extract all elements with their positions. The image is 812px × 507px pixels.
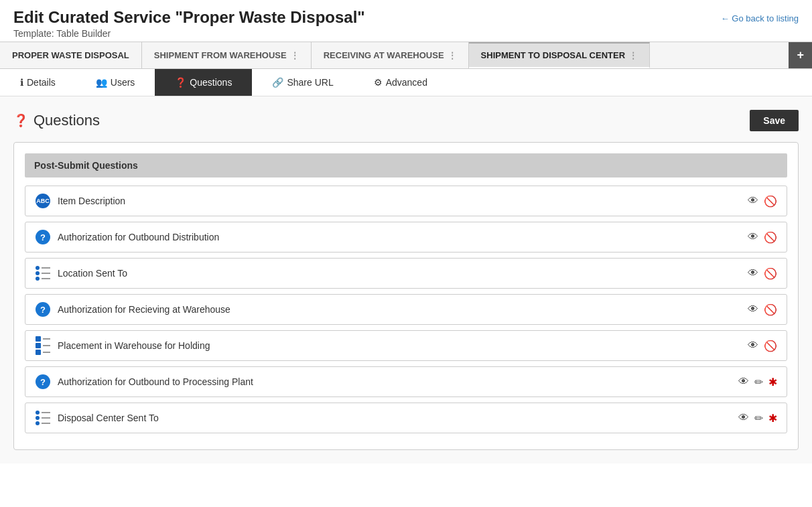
view-icon[interactable]: 👁	[748, 303, 758, 315]
page-title: Edit Curated Service "Proper Waste Dispo…	[13, 8, 799, 27]
questions-help-icon: ❓	[13, 113, 28, 128]
delete-icon[interactable]: ✱	[768, 412, 777, 425]
info-icon: ℹ	[20, 77, 23, 88]
question-type-icon	[35, 338, 51, 354]
question-actions: 👁✏✱	[738, 376, 777, 388]
question-type-icon: ?	[35, 229, 51, 245]
question-actions: 👁✏✱	[738, 412, 777, 425]
question-row-location-sent-to: Location Sent To 👁🚫	[25, 258, 787, 289]
section-title: ❓ Questions	[13, 112, 100, 129]
drag-handle-icon: ⋮	[629, 51, 637, 60]
drag-handle-icon: ⋮	[448, 51, 456, 60]
question-label: Location Sent To	[58, 268, 127, 279]
delete-icon[interactable]: ✱	[768, 376, 777, 388]
view-icon[interactable]: 👁	[748, 231, 758, 243]
question-type-icon: ?	[35, 374, 51, 390]
question-label: Authorization for Outbound to Processing…	[58, 376, 253, 387]
view-icon[interactable]: 👁	[748, 340, 758, 352]
question-label: Placement in Warehouse for Holding	[58, 340, 210, 351]
sub-tabs-bar: ℹ Details 👥 Users ❓ Questions 🔗 Share UR…	[0, 69, 812, 96]
drag-handle-icon: ⋮	[291, 51, 299, 60]
question-row-placement-warehouse-holding: Placement in Warehouse for Holding 👁🚫	[25, 330, 787, 361]
question-row-item-description: ABC Item Description 👁🚫	[25, 186, 787, 216]
save-button[interactable]: Save	[750, 110, 799, 131]
question-type-icon: ?	[35, 301, 51, 317]
users-icon: 👥	[96, 77, 107, 88]
view-icon[interactable]: 👁	[738, 412, 749, 424]
question-row-disposal-center-sent-to: Disposal Center Sent To 👁✏✱	[25, 403, 787, 433]
tab-users[interactable]: 👥 Users	[76, 69, 155, 96]
help-icon: ❓	[175, 77, 186, 88]
service-tab-shipment-to-disposal-center[interactable]: SHIPMENT TO DISPOSAL CENTER ⋮	[469, 42, 651, 68]
share-icon: 🔗	[272, 77, 283, 88]
disable-icon[interactable]: 🚫	[764, 231, 777, 244]
question-actions: 👁🚫	[748, 231, 777, 244]
edit-icon[interactable]: ✏	[754, 376, 763, 388]
edit-icon[interactable]: ✏	[754, 412, 763, 425]
tab-questions[interactable]: ❓ Questions	[155, 69, 252, 96]
disable-icon[interactable]: 🚫	[764, 303, 777, 316]
question-actions: 👁🚫	[748, 195, 777, 208]
tab-advanced[interactable]: ⚙ Advanced	[354, 69, 448, 96]
question-row-authorization-outbound-distribution: ? Authorization for Outbound Distributio…	[25, 222, 787, 252]
question-type-icon: ABC	[35, 193, 51, 209]
disable-icon[interactable]: 🚫	[764, 195, 777, 208]
question-actions: 👁🚫	[748, 267, 777, 280]
question-row-authorization-outbound-processing: ? Authorization for Outbound to Processi…	[25, 366, 787, 397]
question-actions: 👁🚫	[748, 303, 777, 316]
add-tab-button[interactable]: +	[789, 42, 812, 68]
page-subtitle: Template: Table Builder	[13, 28, 799, 39]
question-actions: 👁🚫	[748, 340, 777, 352]
tab-details[interactable]: ℹ Details	[0, 69, 76, 96]
view-icon[interactable]: 👁	[748, 195, 758, 207]
service-tab-receiving-at-warehouse[interactable]: RECEIVING AT WAREHOUSE ⋮	[312, 42, 469, 68]
disable-icon[interactable]: 🚫	[764, 267, 777, 280]
service-tab-shipment-from-warehouse[interactable]: SHIPMENT FROM WAREHOUSE ⋮	[142, 42, 312, 68]
question-label: Item Description	[58, 196, 125, 206]
question-label: Disposal Center Sent To	[58, 413, 159, 423]
service-tab-proper-waste-disposal[interactable]: PROPER WASTE DISPOSAL	[0, 42, 142, 68]
question-label: Authorization for Recieving at Warehouse	[58, 304, 230, 315]
go-back-link[interactable]: Go back to listing	[721, 13, 799, 23]
view-icon[interactable]: 👁	[748, 267, 758, 279]
question-label: Authorization for Outbound Distribution	[58, 232, 219, 242]
service-tabs-bar: PROPER WASTE DISPOSAL SHIPMENT FROM WARE…	[0, 42, 812, 69]
post-submit-header: Post-Submit Questions	[25, 153, 787, 177]
question-row-authorization-receiving-warehouse: ? Authorization for Recieving at Warehou…	[25, 294, 787, 325]
question-type-icon	[35, 410, 51, 426]
view-icon[interactable]: 👁	[738, 376, 749, 388]
question-type-icon	[35, 265, 51, 281]
tab-share-url[interactable]: 🔗 Share URL	[252, 69, 353, 96]
disable-icon[interactable]: 🚫	[764, 340, 777, 352]
gear-icon: ⚙	[374, 77, 383, 88]
